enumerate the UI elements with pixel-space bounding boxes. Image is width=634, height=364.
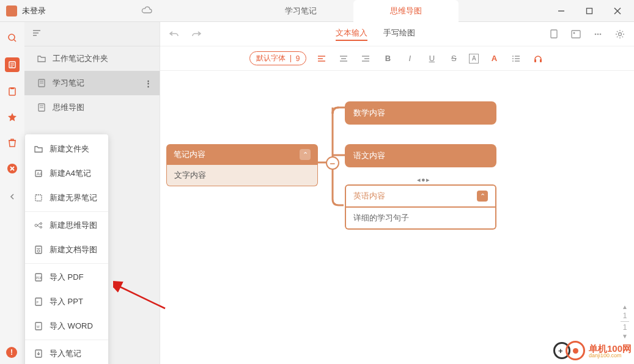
sidebar-header [24,22,160,46]
menu-label: 新建思维导图 [50,220,97,231]
italic-button[interactable]: I [403,52,416,65]
menu-import-note[interactable]: 导入笔记 [25,341,108,364]
tree-item-mindmap[interactable]: 思维导图 [24,95,160,120]
mindmap-root-node[interactable]: 笔记内容 ⌃ 文字内容 [166,144,318,186]
menu-import-ppt[interactable]: P 导入 PPT [25,289,108,314]
mode-handwrite[interactable]: 手写绘图 [383,27,415,41]
menu-new-mindmap[interactable]: 新建思维导图 [25,213,108,238]
login-status[interactable]: 未登录 [22,5,46,16]
svg-rect-26 [572,31,580,38]
tab-study-notes[interactable]: 学习笔记 [248,0,353,22]
menu-new-unbounded-note[interactable]: 新建无界笔记 [25,186,108,210]
undo-icon[interactable] [169,29,180,40]
cloud-sync-icon[interactable] [141,5,152,16]
mindmap-child-node[interactable]: 数学内容 [345,101,496,125]
collapse-icon[interactable]: ⌃ [477,191,488,202]
trash-icon[interactable] [6,137,18,149]
left-rail [0,22,24,364]
menu-new-docmap[interactable]: 新建文档导图 [25,238,108,262]
menu-label: 新建文档导图 [50,244,97,255]
strikethrough-button[interactable]: S [447,52,460,65]
menu-label: 新建无界笔记 [50,192,97,203]
svg-point-27 [573,32,575,34]
headphones-icon[interactable] [531,52,545,65]
text-color-button[interactable]: A [487,52,501,65]
underline-button[interactable]: U [425,52,438,65]
ppt-icon: P [34,297,43,306]
page-current: 1 [623,311,627,320]
node-title: 英语内容 [353,191,385,202]
close-circle-icon[interactable] [6,162,18,175]
tree-label: 学习笔记 [53,78,84,89]
page-up-icon[interactable]: ▲ [622,304,628,310]
title-bar: 未登录 学习笔记 思维导图 [0,0,634,22]
svg-line-5 [14,40,16,42]
window-close-button[interactable] [603,0,632,22]
note-icon [37,103,46,112]
svg-point-30 [600,33,602,35]
node-body: 文字内容 [166,165,318,186]
menu-new-folder[interactable]: 新建文件夹 [25,137,108,161]
pdf-icon: PDF [34,273,43,282]
menu-new-a4-note[interactable]: A4 新建A4笔记 [25,161,108,186]
mindmap-child-node-selected[interactable]: 英语内容 ⌃ 详细的学习句子 [345,184,496,230]
svg-text:A4: A4 [37,172,42,176]
search-icon[interactable] [6,32,18,44]
bold-button[interactable]: B [381,52,394,65]
svg-rect-51 [35,195,42,201]
notes-icon[interactable] [5,57,20,72]
collapse-children-button[interactable]: − [326,156,339,170]
svg-text:PDF: PDF [36,276,42,280]
sort-icon[interactable] [32,29,42,39]
more-tools-icon[interactable] [592,29,603,40]
page-down-icon[interactable]: ▼ [622,333,628,340]
textbox-button[interactable]: A [469,54,479,64]
menu-label: 导入 PDF [50,272,84,283]
a4-icon: A4 [34,170,43,177]
menu-import-pdf[interactable]: PDF 导入 PDF [25,265,108,289]
svg-point-45 [512,60,514,62]
watermark: + 单机100网 danji100.com [553,341,632,362]
node-body: 详细的学习句子 [345,208,496,230]
page-total: 1 [623,323,627,332]
mindmap-canvas[interactable]: 笔记内容 ⌃ 文字内容 − 数学内容 语文内容 ◂●▸ 英语内容 ⌃ 详细的学习… [160,71,634,364]
svg-point-28 [595,33,597,35]
menu-import-word[interactable]: W 导入 WORD [25,314,108,338]
align-center-icon[interactable] [337,52,350,65]
svg-point-52 [35,224,37,227]
window-maximize-button[interactable] [575,0,603,22]
list-button[interactable] [509,52,523,65]
mindmap-child-node[interactable]: 语文内容 [345,144,496,167]
warning-badge-icon[interactable]: ! [6,347,17,358]
image-icon[interactable] [570,29,581,40]
redo-icon[interactable] [191,29,202,40]
node-title: 语文内容 [353,151,385,160]
collapse-icon[interactable]: ⌃ [300,149,311,160]
align-right-icon[interactable] [359,52,372,65]
tree-item-folder[interactable]: 工作笔记文件夹 [24,46,160,71]
menu-label: 新建A4笔记 [50,168,91,179]
menu-label: 导入 WORD [50,321,93,332]
bookmark-icon[interactable] [548,29,559,40]
collapse-rail-icon[interactable] [6,191,18,203]
svg-rect-47 [534,59,536,62]
folder-icon [37,55,46,62]
settings-icon[interactable] [614,29,625,40]
svg-rect-11 [10,87,14,89]
more-icon[interactable]: ⋮ [144,79,152,88]
window-minimize-button[interactable] [547,0,575,22]
tree-item-study-notes[interactable]: 学习笔记 ⋮ [24,71,160,95]
tab-mindmap[interactable]: 思维导图 [353,0,459,22]
drag-handle-icon[interactable]: ◂●▸ [417,176,430,184]
mode-text-input[interactable]: 文本输入 [336,27,367,41]
menu-label: 新建文件夹 [50,144,89,155]
svg-line-54 [37,225,40,227]
clipboard-icon[interactable] [6,86,18,98]
page-indicator: ▲ 1 1 ▼ [621,304,629,340]
node-title: 笔记内容 [174,149,205,160]
svg-point-55 [40,223,42,225]
align-left-icon[interactable] [315,52,328,65]
font-selector[interactable]: 默认字体 9 [249,51,307,65]
svg-point-56 [40,227,42,228]
star-icon[interactable] [6,111,18,123]
